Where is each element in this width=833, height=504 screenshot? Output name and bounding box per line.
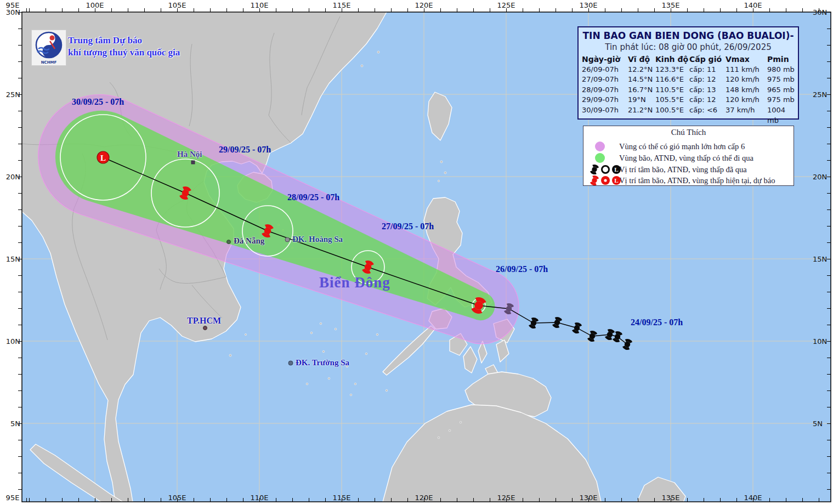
lon-label-top: 120E xyxy=(412,1,436,9)
table-cell: 37 km/h xyxy=(726,105,767,126)
table-cell: 26/09-07h xyxy=(582,65,628,75)
lat-label-right: 5N xyxy=(813,420,831,428)
track-date-label: 26/09/25 - 07h xyxy=(496,264,548,274)
lon-label-bottom: 115E xyxy=(330,494,354,502)
agency-name-line1: Trung tâm Dự báo xyxy=(68,35,142,46)
col-header: Ngày-giờ xyxy=(582,54,628,65)
lon-label-top: 140E xyxy=(741,1,765,9)
lat-label-right: 15N xyxy=(813,255,831,263)
svg-text:L: L xyxy=(100,154,106,162)
lon-label-bottom: 105E xyxy=(165,494,189,502)
table-cell: 975 mb xyxy=(767,95,797,105)
table-cell: 116.6°E xyxy=(655,75,689,85)
green-area-icon xyxy=(588,152,621,163)
table-cell: 105.5°E xyxy=(655,95,689,105)
col-header: Vĩ độ xyxy=(628,54,655,65)
hoangsa-marker xyxy=(285,237,290,242)
track-date-label: 29/09/25 - 07h xyxy=(219,145,271,155)
track-date-label: 30/09/25 - 07h xyxy=(72,97,124,107)
logo-text: NCHMF xyxy=(32,60,66,65)
lon-label-bottom: 120E xyxy=(412,494,436,502)
lon-label-bottom: 135E xyxy=(659,494,683,502)
table-cell: 980 mb xyxy=(767,65,797,75)
table-cell: 123.3°E xyxy=(655,65,689,75)
table-cell: 120 km/h xyxy=(726,75,767,85)
low-pressure-marker: L xyxy=(97,151,109,163)
legend: Chú Thích Vùng có thể có gió mạnh lớn hơ… xyxy=(583,126,794,186)
bulletin-title: TIN BAO GAN BIEN DONG (BAO BUALOI)- xyxy=(579,30,798,41)
lon-label-bottom: 125E xyxy=(494,494,518,502)
table-cell: 29/09-07h xyxy=(582,95,628,105)
lat-label-left: 10N xyxy=(2,337,20,346)
table-cell: 21.2°N xyxy=(628,105,655,126)
track-date-label: 27/09/25 - 07h xyxy=(382,222,434,231)
col-header: Cấp gió xyxy=(689,54,726,65)
current-forecast-position-icons: L xyxy=(588,175,621,186)
hanoi-marker xyxy=(191,161,195,164)
table-cell: 19°N xyxy=(628,95,655,105)
lon-label-top: 115E xyxy=(330,1,354,9)
table-cell: 110.5°E xyxy=(655,85,689,95)
lat-label-right: 25N xyxy=(813,90,831,99)
table-cell: 1004 mb xyxy=(767,105,797,126)
table-cell: cấp: 12 xyxy=(689,75,726,85)
table-cell: 148 km/h xyxy=(726,85,767,95)
tphcm-marker xyxy=(203,326,207,330)
lat-label-left: 20N xyxy=(2,173,20,181)
table-cell: 12.2°N xyxy=(628,65,655,75)
lon-label-top: 105E xyxy=(165,1,189,9)
bulletin-info-box: TIN BAO GAN BIEN DONG (BAO BUALOI)- Tin … xyxy=(577,26,799,120)
agency-name-line2: khí tượng thuỷ văn quốc gia xyxy=(68,47,180,58)
svg-text:L: L xyxy=(614,166,618,173)
table-cell: 16.7°N xyxy=(628,85,655,95)
table-cell: 28/09-07h xyxy=(582,85,628,95)
lat-label-right: 20N xyxy=(813,173,831,181)
track-date-label: 24/09/25 - 07h xyxy=(631,318,683,327)
table-cell: cấp: 12 xyxy=(689,95,726,105)
track-date-label: 28/09/25 - 07h xyxy=(287,192,339,202)
svg-text:L: L xyxy=(614,177,618,184)
legend-item-label: Vùng bão, ATNĐ, vùng thấp có thể đi qua xyxy=(619,154,753,163)
table-cell: 14.5°N xyxy=(628,75,655,85)
legend-title: Chú Thích xyxy=(583,128,794,137)
lon-label-top: 130E xyxy=(576,1,600,9)
col-header: Vmax xyxy=(726,54,767,65)
past-position-icons: L xyxy=(588,164,621,175)
forecast-table: Ngày-giờ Vĩ độ Kinh độ Cấp gió Vmax Pmin… xyxy=(582,54,795,126)
lon-label-bottom: 140E xyxy=(741,494,765,502)
lon-label-top: 110E xyxy=(247,1,271,9)
city-label-hanoi: Hà Nội xyxy=(177,150,202,159)
sea-name-label: Biển Đông xyxy=(319,274,390,291)
col-header: Kinh độ xyxy=(655,54,689,65)
lat-label-left: 5N xyxy=(2,420,20,428)
table-cell: 111 km/h xyxy=(726,65,767,75)
purple-area-icon xyxy=(588,141,621,152)
lon-label-top: 135E xyxy=(659,1,683,9)
legend-item-label: Vị trí tâm bão, ATNĐ, vùng thấp đã qua xyxy=(619,165,747,174)
truongsa-marker xyxy=(288,361,293,365)
lon-label-bottom: 110E xyxy=(247,494,271,502)
city-label-hoangsa: ĐK. Hoàng Sa xyxy=(292,235,343,244)
col-header: Pmin xyxy=(767,54,797,65)
lat-label-right: 10N xyxy=(813,337,831,346)
lon-label-top: 100E xyxy=(83,1,107,9)
storm-forecast-map-page: L 95E 100E 105E 110E 115E 120E 125E 130E… xyxy=(0,0,833,504)
table-cell: cấp: 13 xyxy=(689,85,726,95)
city-label-truongsa: ĐK. Trường Sa xyxy=(296,358,349,367)
lon-label-bottom: 95E xyxy=(1,494,25,502)
city-label-tphcm: TP.HCM xyxy=(187,316,221,326)
table-cell: 120 km/h xyxy=(726,95,767,105)
table-cell: 30/09-07h xyxy=(582,105,628,126)
agency-logo: NCHMF xyxy=(31,30,66,66)
lat-label-left: 30N xyxy=(2,8,20,16)
table-cell: cấp: 11 xyxy=(689,65,726,75)
table-cell: 975 mb xyxy=(767,75,797,85)
table-cell: 100.5°E xyxy=(655,105,689,126)
legend-item-label: Vùng có thể có gió mạnh lớn hơn cấp 6 xyxy=(619,142,745,151)
city-label-danang: Đà Nẵng xyxy=(234,236,264,246)
legend-item-label: Vị trí tâm bão, ATNĐ, vùng thấp hiện tại… xyxy=(619,176,775,185)
lon-label-bottom: 130E xyxy=(576,494,600,502)
table-cell: cấp: <6 xyxy=(689,105,726,126)
lon-label-top: 125E xyxy=(494,1,518,9)
lat-label-left: 25N xyxy=(2,90,20,99)
